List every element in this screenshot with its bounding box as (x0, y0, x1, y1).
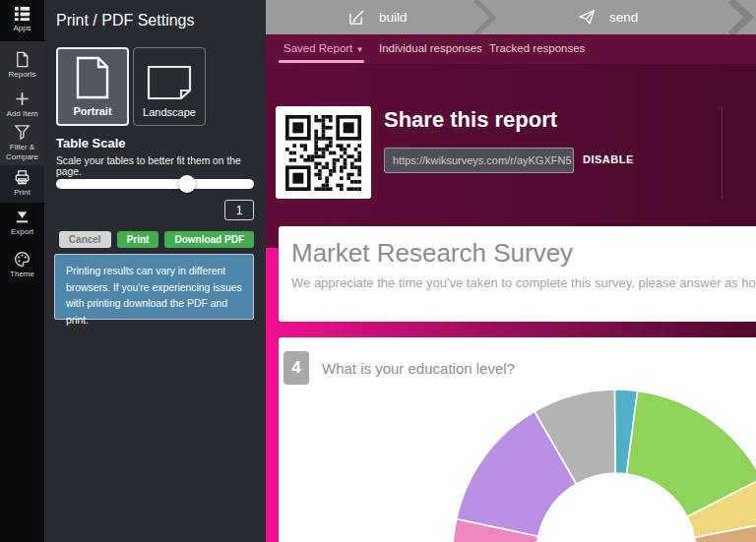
qr-code (285, 115, 361, 191)
section-divider (722, 106, 723, 199)
active-tab-underline (279, 60, 364, 63)
table-scale-heading: Table Scale (56, 136, 126, 151)
theme-icon (14, 251, 31, 268)
step-label: build (379, 10, 408, 25)
portrait-orientation-button[interactable]: Portrait (56, 47, 129, 126)
print-icon (14, 169, 31, 186)
sidebar-item-apps[interactable]: Apps (0, 5, 44, 33)
question-text: What is your education level? (322, 360, 515, 377)
question-card: 4 What is your education level? (279, 337, 756, 542)
share-link-field[interactable]: https://kwiksurveys.com/r/ayKGXFN5 (384, 148, 574, 173)
qr-code-card (276, 106, 371, 199)
sidebar-item-label: Add Item (6, 109, 37, 119)
disable-link-button[interactable]: DISABLE (583, 153, 634, 165)
workflow-steps-bar: build send (266, 0, 756, 34)
tab-tracked-responses[interactable]: Tracked responses (489, 42, 585, 54)
education-level-donut-chart (439, 390, 756, 542)
apps-icon (14, 5, 31, 22)
landscape-label: Landscape (143, 106, 196, 118)
tab-saved-report[interactable]: Saved Report▾ (284, 42, 362, 54)
survey-title: Market Research Survey (291, 238, 573, 269)
sidebar-item-print[interactable]: Print (0, 169, 44, 198)
sidebar-item-theme[interactable]: Theme (0, 251, 44, 279)
sidebar-item-filter-compare[interactable]: Filter &Compare (0, 124, 44, 162)
tab-individual-responses[interactable]: Individual responses (379, 42, 482, 54)
portrait-page-icon (76, 56, 109, 99)
share-report-section: Share this report https://kwiksurveys.co… (266, 64, 756, 248)
send-plane-icon (579, 9, 596, 26)
sidebar-item-add-item[interactable]: Add Item (0, 90, 44, 119)
sidebar-item-label: Print (14, 188, 30, 198)
app-sidebar: Apps Reports Add Item Filter &Compare Pr… (0, 0, 44, 542)
portrait-label: Portrait (73, 105, 111, 117)
filter-compare-icon (14, 124, 31, 141)
download-pdf-button[interactable]: Download PDF (164, 231, 254, 248)
sidebar-item-label: Apps (13, 24, 31, 33)
chevron-down-icon: ▾ (357, 44, 362, 54)
survey-subtitle: We appreciate the time you've taken to c… (291, 275, 756, 290)
slider-thumb[interactable] (178, 175, 196, 193)
table-scale-value-field[interactable]: 1 (224, 200, 254, 220)
table-scale-slider[interactable] (56, 179, 254, 189)
step-label: send (609, 10, 638, 25)
add-item-icon (14, 90, 31, 107)
step-divider-chevron (473, 0, 497, 34)
panel-actions: Cancel Print Download PDF (59, 231, 254, 248)
share-heading: Share this report (384, 107, 557, 133)
panel-title: Print / PDF Settings (56, 12, 195, 30)
export-icon (14, 209, 31, 225)
main-content: build send Saved Report▾ Individual resp… (266, 0, 756, 542)
sidebar-item-label: Theme (10, 270, 34, 279)
printing-info-note: Printing results can vary in different b… (54, 254, 254, 320)
sidebar-item-label: Filter &Compare (6, 143, 38, 162)
sidebar-item-reports[interactable]: Reports (0, 51, 44, 80)
sidebar-item-label: Export (11, 227, 33, 237)
table-scale-description: Scale your tables to better fit them on … (56, 155, 258, 177)
reports-icon (14, 51, 31, 68)
landscape-orientation-button[interactable]: Landscape (133, 47, 206, 126)
cancel-button[interactable]: Cancel (59, 231, 111, 248)
step-build[interactable]: build (348, 0, 408, 34)
landscape-page-icon (147, 65, 192, 100)
question-number-badge: 4 (284, 351, 309, 385)
print-pdf-settings-panel: Print / PDF Settings Portrait Landscape … (44, 0, 266, 542)
step-divider-chevron (728, 0, 754, 34)
compose-icon (348, 9, 365, 26)
print-button[interactable]: Print (117, 231, 159, 248)
survey-title-card: Market Research Survey We appreciate the… (279, 226, 756, 322)
sidebar-item-label: Reports (8, 70, 35, 80)
sidebar-item-export[interactable]: Export (0, 209, 44, 237)
step-send[interactable]: send (579, 0, 638, 34)
report-tabs-bar: Saved Report▾ Individual responses Track… (266, 34, 756, 64)
